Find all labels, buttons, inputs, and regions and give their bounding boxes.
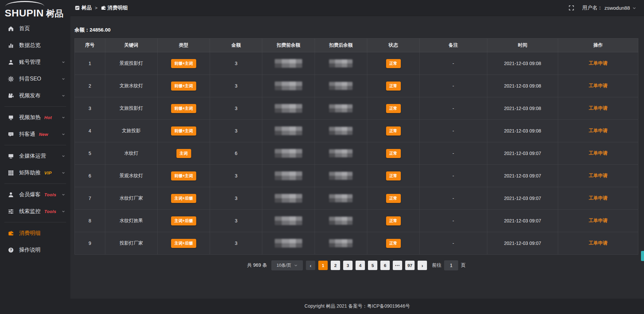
page-button-3[interactable]: 3 [343,261,353,270]
page-button-6[interactable]: 6 [380,261,390,270]
cell-status: 正常 [367,52,419,75]
cell-action: 工单申请 [558,210,638,232]
work-order-link[interactable]: 工单申请 [589,173,607,178]
page-button-5[interactable]: 5 [368,261,377,270]
redacted-pre-balance [275,216,302,225]
chevron-down-icon [61,76,66,81]
sidebar-item-home[interactable]: 首页 [0,20,70,37]
page-button-2[interactable]: 2 [331,261,340,270]
home-icon [8,25,14,32]
floating-side-widget[interactable] [641,251,644,261]
sidebar-item-video-publish[interactable]: 视频发布 [0,87,70,104]
cell-status: 正常 [367,165,419,187]
svg-text:?: ? [10,248,12,252]
redacted-pre-balance [275,149,302,158]
cell-post-balance [315,165,367,187]
cell-type: 前缀+主词 [157,120,210,142]
wallet-icon [8,230,14,237]
cell-remark: - [420,210,487,232]
page-ellipsis-button[interactable]: ••• [393,261,402,270]
cell-time: 2021-12-03 09:07 [487,165,558,187]
cell-post-balance [315,210,367,232]
cell-time: 2021-12-03 09:07 [487,187,558,210]
cell-action: 工单申请 [558,120,638,142]
page-button-4[interactable]: 4 [356,261,365,270]
sidebar-item-account-management[interactable]: 账号管理 [0,54,70,70]
sidebar-item-douketong[interactable]: 抖客通New [0,126,70,143]
status-badge: 正常 [386,59,401,68]
type-badge: 主词 [176,149,191,158]
redacted-post-balance [329,172,353,180]
table-row: 6景观水纹灯前缀+主词3正常-2021-12-03 09:07工单申请 [75,165,638,187]
column-header-2: 类型 [157,39,210,52]
work-order-link[interactable]: 工单申请 [589,60,607,66]
sidebar-item-label: 抖客通 [19,131,35,138]
chevron-down-icon [61,192,66,197]
logo-text-en: SHUPIN [5,8,44,18]
work-order-link[interactable]: 工单申请 [589,240,607,246]
status-badge: 正常 [386,126,401,136]
sidebar-item-matrix-boost[interactable]: 矩阵助推VIP [0,164,70,181]
breadcrumb: 树品 > 消费明细 [75,5,128,11]
sidebar-item-tag: Tools [44,209,56,214]
prev-page-button[interactable]: ‹ [306,261,315,270]
fullscreen-icon[interactable] [569,5,574,11]
table-row: 3文旅投影灯前缀+主词3正常-2021-12-03 09:08工单申请 [75,97,638,120]
type-badge: 前缀+主词 [171,171,196,180]
next-page-button[interactable]: › [418,261,427,270]
cell-index: 9 [75,232,105,255]
work-order-link[interactable]: 工单申请 [589,195,607,201]
cell-keyword: 水纹灯 [105,142,157,165]
sidebar-item-video-heat[interactable]: 视频加热Hot [0,109,70,126]
cell-time: 2021-12-03 09:07 [487,232,558,255]
wallet-icon [101,5,106,10]
table-body: 1景观投影灯前缀+主词3正常-2021-12-03 09:08工单申请2文旅水纹… [75,52,638,255]
page-size-select[interactable]: 10条/页 [271,260,303,270]
sidebar-item-operation-guide[interactable]: ?操作说明 [0,242,70,258]
cell-pre-balance [262,210,315,232]
cell-post-balance [315,75,367,97]
sidebar-item-data-overview[interactable]: 数据总览 [0,37,70,54]
sidebar-divider [4,145,66,145]
cell-time: 2021-12-03 09:08 [487,97,558,120]
sidebar-item-tag: VIP [44,170,52,175]
page-button-1[interactable]: 1 [318,261,328,270]
redacted-pre-balance [275,59,302,68]
sidebar-item-consumption-detail[interactable]: 消费明细 [0,225,70,242]
sidebar-item-label: 账号管理 [19,59,41,66]
work-order-link[interactable]: 工单申请 [589,105,607,111]
cell-pre-balance [262,165,315,187]
sidebar-item-label: 操作说明 [19,247,41,254]
cell-status: 正常 [367,210,419,232]
work-order-link[interactable]: 工单申请 [589,150,607,156]
column-header-6: 状态 [367,39,419,52]
status-badge: 正常 [386,149,401,158]
redacted-post-balance [329,82,353,90]
chevron-down-icon[interactable] [632,6,637,10]
sidebar-item-media-operation[interactable]: 全媒体运营 [0,148,70,164]
copyright-text: Copyright 树品 2021 备案号：粤ICP备09019646号 [305,303,410,309]
breadcrumb-home[interactable]: 树品 [82,5,92,11]
grid-icon [8,170,14,176]
cell-amount: 3 [210,187,262,210]
username-value[interactable]: zswodun88 [604,5,630,11]
cell-type: 前缀+主词 [157,165,210,187]
goto-page: 前往 页 [432,260,466,270]
consumption-table: 序号关键词类型金额扣费前余额扣费后余额状态备注时间操作 1景观投影灯前缀+主词3… [74,38,638,255]
sidebar-item-label: 消费明细 [19,230,41,237]
cell-status: 正常 [367,120,419,142]
table-row: 1景观投影灯前缀+主词3正常-2021-12-03 09:08工单申请 [75,52,638,75]
work-order-link[interactable]: 工单申请 [589,128,607,133]
work-order-link[interactable]: 工单申请 [589,218,607,223]
goto-page-input[interactable] [444,260,458,270]
sidebar-item-clue-monitor[interactable]: 线索监控Tools [0,203,70,220]
sidebar-item-member-baoke[interactable]: 会员爆客Tools [0,186,70,203]
cell-status: 正常 [367,232,419,255]
page-button-97[interactable]: 97 [405,261,415,270]
sidebar-item-douyin-seo[interactable]: 抖音SEO [0,70,70,87]
work-order-link[interactable]: 工单申请 [589,83,607,88]
type-badge: 主词+后缀 [171,194,196,203]
cell-keyword: 水纹灯效果 [105,210,157,232]
goto-unit: 页 [461,262,466,268]
cell-index: 3 [75,97,105,120]
